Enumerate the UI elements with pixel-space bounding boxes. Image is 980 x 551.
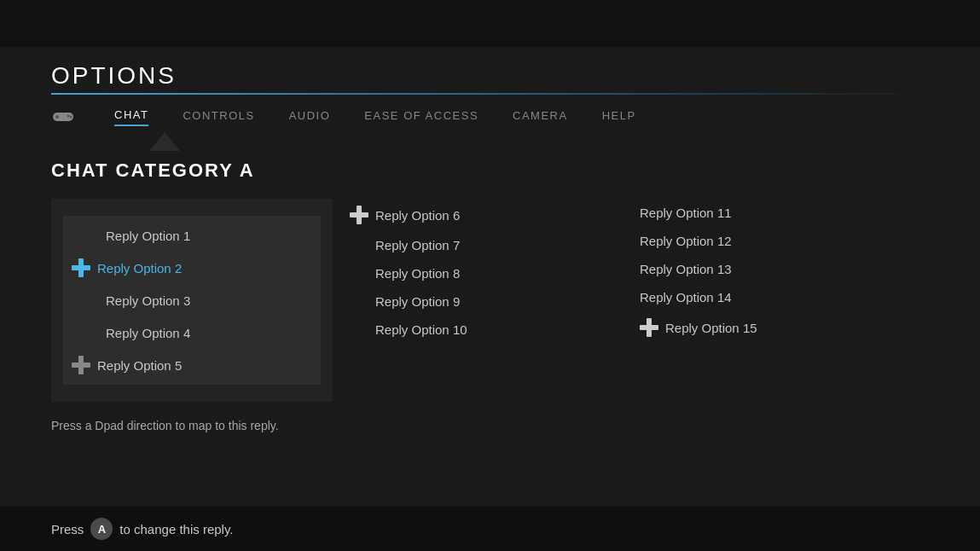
svg-rect-6 [80,233,99,238]
option-label: Reply Option 10 [375,322,467,337]
footer-prefix: Press [51,522,84,536]
option-label: Reply Option 8 [375,266,460,281]
list-item[interactable]: Reply Option 13 [640,255,827,283]
options-container: Reply Option 1 Reply Option 2 [51,199,929,402]
svg-rect-2 [55,116,59,118]
column-1: Reply Option 1 Reply Option 2 [51,199,333,402]
option-label: Reply Option 5 [97,358,182,373]
option-label: Reply Option 3 [106,293,190,308]
list-item[interactable]: Reply Option 14 [640,283,827,311]
main-content: CHAT CATEGORY A Reply Option 1 [0,151,980,432]
option-label: Reply Option 9 [375,294,460,309]
tab-ease-of-access[interactable]: EASE OF ACCESS [364,109,478,125]
controller-icon [51,109,75,125]
tab-controls[interactable]: CONTROLS [183,109,254,125]
svg-rect-16 [350,212,368,218]
inner-card: Reply Option 1 Reply Option 2 [63,216,321,385]
option-label: Reply Option 13 [640,262,732,276]
svg-rect-18 [640,325,658,330]
footer-suffix: to change this reply. [119,522,233,536]
list-item[interactable]: Reply Option 7 [350,231,589,259]
list-item[interactable]: Reply Option 8 [350,259,589,287]
list-item[interactable]: Reply Option 2 [63,252,321,284]
press-hint-text: Press a Dpad direction to map to this re… [51,419,279,432]
list-item[interactable]: Reply Option 6 [350,199,589,231]
tab-help[interactable]: HELP [602,109,636,125]
page-title: OPTIONS [51,62,929,90]
svg-rect-8 [72,265,90,270]
option-label: Reply Option 14 [640,290,732,304]
column-2: Reply Option 6 Reply Option 7 Reply Opti… [333,199,589,344]
list-item[interactable]: Reply Option 12 [640,227,827,255]
option-label: Reply Option 6 [375,208,460,223]
option-label: Reply Option 4 [106,326,190,340]
tab-chat[interactable]: CHAT [114,108,148,126]
list-item[interactable]: Reply Option 4 [63,316,321,349]
list-item[interactable]: Reply Option 10 [350,316,589,344]
footer: Press A to change this reply. [0,507,980,551]
tab-camera[interactable]: CAMERA [513,109,568,125]
list-item[interactable]: Reply Option 1 [63,219,321,252]
svg-point-3 [67,115,70,118]
option-label: Reply Option 7 [375,238,460,252]
tab-indicator [149,132,180,151]
column-3: Reply Option 11 Reply Option 12 Reply Op… [589,199,827,344]
svg-point-4 [70,116,72,119]
title-underline [51,93,929,95]
list-item[interactable]: Reply Option 9 [350,287,589,316]
option-label: Reply Option 1 [106,229,190,243]
page-title-area: OPTIONS [0,47,980,102]
dpad-icon [350,206,368,224]
tab-audio[interactable]: AUDIO [289,109,331,125]
dpad-icon [640,318,658,337]
press-hint: Press a Dpad direction to map to this re… [51,419,929,432]
a-button-icon: A [90,518,113,540]
list-item[interactable]: Reply Option 3 [63,284,321,316]
dpad-icon [72,356,90,374]
footer-bar: Press A to change this reply. [0,507,980,551]
list-item[interactable]: Reply Option 5 [63,349,321,381]
list-item[interactable]: Reply Option 11 [640,199,827,227]
svg-rect-14 [72,362,90,368]
outer-card: Reply Option 1 Reply Option 2 [51,199,333,402]
svg-rect-10 [80,298,99,303]
list-item[interactable]: Reply Option 15 [640,311,827,344]
top-bar [0,0,980,47]
option-label: Reply Option 2 [97,261,182,276]
option-label: Reply Option 11 [640,206,732,220]
nav-tabs: CHAT CONTROLS AUDIO EASE OF ACCESS CAMER… [0,102,980,132]
svg-rect-12 [80,330,99,335]
category-title: CHAT CATEGORY A [51,160,929,182]
option-label: Reply Option 15 [665,321,757,335]
dpad-selected-icon [72,258,90,277]
option-label: Reply Option 12 [640,234,732,248]
